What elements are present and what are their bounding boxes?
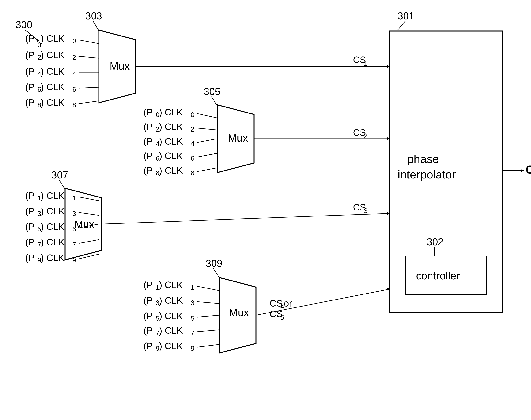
svg-text:(P: (P	[144, 107, 153, 117]
mux3-label: Mux	[74, 218, 94, 230]
svg-text:6: 6	[72, 86, 76, 93]
svg-line-91	[102, 213, 390, 224]
ref-300: 300	[15, 19, 32, 30]
svg-line-28	[79, 101, 99, 104]
svg-text:(P: (P	[144, 122, 153, 132]
svg-text:(P: (P	[144, 311, 153, 321]
svg-text:4: 4	[72, 70, 76, 78]
svg-text:) CLK: ) CLK	[41, 206, 65, 216]
svg-text:(P: (P	[144, 341, 153, 351]
svg-text:(P: (P	[25, 237, 34, 247]
svg-text:1: 1	[72, 194, 76, 202]
svg-text:(P: (P	[25, 82, 34, 92]
output-cis-label: CIS	[526, 163, 531, 176]
ref-307: 307	[51, 169, 68, 180]
svg-text:(P: (P	[25, 222, 34, 232]
svg-text:) CLK: ) CLK	[159, 122, 183, 132]
svg-text:2: 2	[191, 125, 194, 133]
svg-text:0: 0	[191, 111, 194, 118]
svg-text:or: or	[284, 298, 292, 308]
circuit-diagram: 300 303 Mux (P 0 ) CLK 0 (P 2 ) CLK 2 (P…	[0, 0, 531, 420]
svg-text:7: 7	[72, 241, 76, 248]
svg-text:5: 5	[191, 315, 194, 322]
svg-line-129	[398, 21, 405, 30]
svg-text:3: 3	[191, 299, 194, 306]
mux2-label: Mux	[228, 132, 248, 144]
svg-line-106	[197, 302, 219, 304]
svg-line-54	[197, 153, 217, 157]
svg-text:(P: (P	[144, 325, 153, 336]
svg-line-33	[211, 97, 217, 106]
svg-text:5: 5	[280, 314, 284, 321]
svg-text:) CLK: ) CLK	[159, 136, 183, 147]
svg-text:(P: (P	[144, 136, 153, 147]
svg-text:) CLK: ) CLK	[159, 165, 183, 176]
svg-text:(P: (P	[25, 97, 34, 108]
svg-text:) CLK: ) CLK	[41, 33, 65, 44]
svg-text:) CLK: ) CLK	[159, 107, 183, 117]
mux1-label: Mux	[110, 60, 130, 72]
svg-text:4: 4	[191, 140, 194, 148]
svg-text:0: 0	[72, 37, 76, 45]
svg-text:9: 9	[72, 256, 76, 264]
ref-309: 309	[206, 258, 222, 269]
svg-text:) CLK: ) CLK	[159, 151, 183, 161]
svg-text:6: 6	[191, 154, 194, 162]
svg-text:) CLK: ) CLK	[159, 295, 183, 306]
svg-line-39	[197, 114, 217, 118]
svg-text:) CLK: ) CLK	[41, 50, 65, 60]
svg-text:1: 1	[191, 284, 194, 291]
svg-text:) CLK: ) CLK	[41, 66, 65, 77]
svg-text:(P: (P	[25, 33, 34, 44]
svg-text:8: 8	[191, 169, 194, 177]
svg-line-64	[59, 180, 65, 189]
svg-line-23	[79, 87, 99, 88]
svg-text:5: 5	[72, 225, 76, 233]
ref-305: 305	[204, 86, 221, 97]
svg-line-13	[79, 56, 99, 58]
svg-text:(P: (P	[25, 206, 34, 216]
svg-text:7: 7	[191, 329, 194, 337]
svg-text:(P: (P	[25, 66, 34, 77]
svg-line-111	[197, 315, 219, 317]
svg-text:(P: (P	[25, 50, 34, 60]
svg-text:) CLK: ) CLK	[159, 280, 183, 290]
svg-text:2: 2	[72, 54, 76, 61]
svg-text:9: 9	[191, 345, 194, 352]
svg-text:(P: (P	[25, 253, 34, 263]
svg-text:) CLK: ) CLK	[159, 341, 183, 351]
svg-text:(P: (P	[144, 151, 153, 161]
ref-303: 303	[85, 10, 102, 22]
svg-text:) CLK: ) CLK	[41, 191, 65, 201]
ref-301: 301	[398, 10, 414, 22]
svg-text:) CLK: ) CLK	[159, 325, 183, 336]
svg-text:3: 3	[72, 210, 76, 217]
svg-text:) CLK: ) CLK	[41, 222, 65, 232]
svg-line-49	[197, 139, 217, 143]
mux4-label: Mux	[229, 306, 249, 318]
svg-text:2: 2	[364, 132, 368, 140]
ref-302: 302	[427, 236, 443, 248]
diagram-container: 300 303 Mux (P 0 ) CLK 0 (P 2 ) CLK 2 (P…	[0, 0, 531, 420]
svg-line-2	[93, 21, 99, 31]
svg-text:) CLK: ) CLK	[41, 82, 65, 92]
svg-text:) CLK: ) CLK	[41, 237, 65, 247]
svg-text:1: 1	[364, 59, 368, 67]
svg-text:) CLK: ) CLK	[159, 311, 183, 321]
svg-text:(P: (P	[144, 295, 153, 306]
phase-interpolator-label: phase	[407, 152, 439, 165]
svg-marker-133	[521, 169, 524, 172]
svg-text:(P: (P	[25, 191, 34, 201]
svg-line-116	[197, 330, 219, 332]
controller-label: controller	[416, 270, 460, 282]
svg-line-95	[213, 268, 219, 277]
svg-text:) CLK: ) CLK	[41, 253, 65, 263]
svg-line-8	[79, 40, 99, 44]
svg-text:3: 3	[364, 207, 368, 214]
svg-line-59	[197, 168, 217, 172]
svg-line-44	[197, 128, 217, 130]
svg-text:(P: (P	[144, 280, 153, 290]
svg-line-121	[197, 344, 219, 347]
svg-line-101	[197, 286, 219, 291]
svg-text:interpolator: interpolator	[398, 168, 456, 181]
